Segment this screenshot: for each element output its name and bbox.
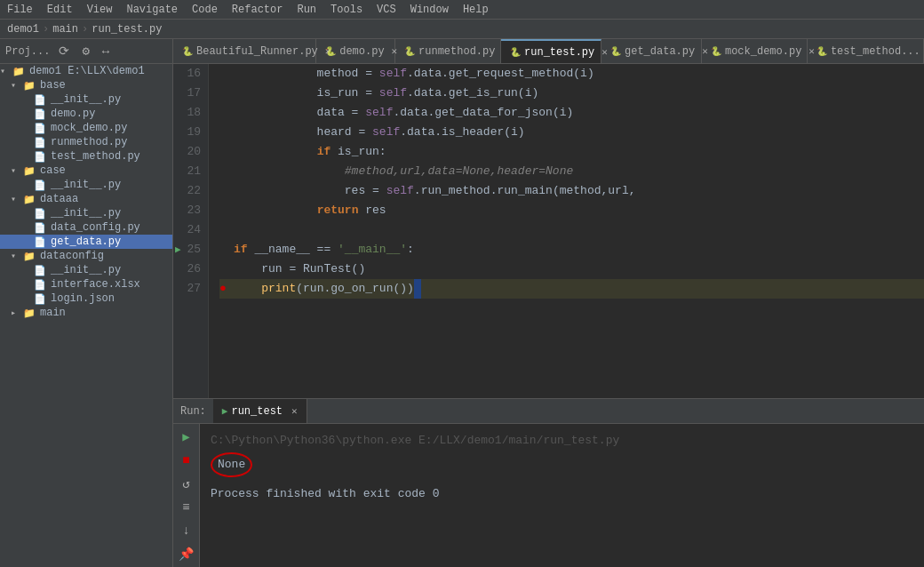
sidebar-item-demo_py[interactable]: 📄demo.py (0, 107, 172, 121)
token-16: self (379, 64, 407, 84)
code-line-23: ● return res (219, 201, 924, 220)
token-17: self (379, 84, 407, 103)
tab-demo[interactable]: 🐍demo.py✕ (316, 39, 395, 63)
project-label: Proj... (5, 45, 50, 58)
breakpoint-24[interactable]: ● (219, 220, 232, 240)
breadcrumb-part-1[interactable]: demo1 (7, 23, 39, 36)
breakpoint-20[interactable]: ● (219, 142, 232, 162)
run-tab-icon: ▶ (222, 405, 228, 417)
breakpoint-23[interactable]: ● (219, 201, 232, 220)
run-none-line: None (211, 452, 913, 477)
run-tab-name: run_test (231, 405, 283, 418)
menu-window[interactable]: Window (410, 4, 449, 16)
breakpoint-17[interactable]: ● (219, 84, 232, 103)
folder-icon-dataconfig: 📁 (23, 251, 37, 262)
run-rerun-btn[interactable]: ↺ (180, 475, 191, 493)
run-tab-close[interactable]: ✕ (291, 405, 298, 417)
run-tab-active[interactable]: ▶ run_test ✕ (213, 399, 307, 423)
menu-tools[interactable]: Tools (331, 4, 362, 16)
breakpoint-16[interactable]: ● (219, 64, 232, 84)
tab-label-get_data: get_data.py (625, 45, 695, 58)
tab-mock_demo[interactable]: 🐍mock_demo.py✕ (702, 39, 808, 63)
menu-navigate[interactable]: Navigate (126, 4, 178, 16)
tab-run_test[interactable]: 🐍run_test.py✕ (501, 39, 601, 63)
sidebar-item-init_case[interactable]: 📄__init__.py (0, 178, 172, 192)
file-icon-init_dataaa: 📄 (34, 208, 48, 220)
menu-help[interactable]: Help (463, 4, 489, 16)
run-play-btn[interactable]: ▶ (180, 427, 191, 446)
sidebar-item-interface_xlsx[interactable]: 📄interface.xlsx (0, 277, 172, 291)
run-pin-btn[interactable]: 📌 (177, 545, 195, 563)
sidebar-item-dataconfig[interactable]: ▾📁dataconfig (0, 249, 172, 263)
tab-get_data[interactable]: 🐍get_data.py✕ (601, 39, 702, 63)
sidebar-item-data_config_py[interactable]: 📄data_config.py (0, 220, 172, 235)
breakpoint-19[interactable]: ● (219, 123, 232, 142)
sidebar-item-init_dataconfig[interactable]: 📄__init__.py (0, 263, 172, 277)
sidebar-item-login_json[interactable]: 📄login.json (0, 291, 172, 306)
token-19: heard = (234, 123, 372, 142)
menu-refactor[interactable]: Refactor (232, 4, 283, 16)
tree-arrow-main: ▸ (11, 307, 23, 318)
tab-label-test_method: test_method... (831, 45, 920, 58)
tree-label-case: case (40, 164, 66, 177)
tab-icon-mock_demo: 🐍 (711, 46, 721, 57)
token-20: if (317, 142, 331, 162)
tree-label-get_data_py: get_data.py (51, 236, 121, 248)
run-scroll-btn[interactable]: ↓ (180, 522, 191, 539)
sidebar-item-init_dataaa[interactable]: 📄__init__.py (0, 206, 172, 220)
breakpoint-26[interactable]: ● (219, 260, 232, 279)
run-stop-btn[interactable]: ■ (180, 451, 191, 469)
breakpoint-25[interactable]: ● (219, 240, 232, 260)
tab-test_method[interactable]: 🐍test_method...✕ (808, 39, 924, 63)
tree-label-demo_py: demo.py (51, 108, 95, 120)
sync-btn[interactable]: ⟳ (55, 42, 73, 60)
breakpoint-18[interactable]: ● (219, 103, 232, 123)
tree-label-init_base: __init__.py (51, 93, 121, 106)
tab-icon-runmethod: 🐍 (404, 46, 415, 57)
token-16: method = (234, 64, 379, 84)
menu-edit[interactable]: Edit (47, 4, 73, 16)
tab-beautiful_runner[interactable]: 🐍Beautiful_Runner.py✕ (173, 39, 316, 63)
settings-btn[interactable]: ⚙ (78, 42, 92, 60)
menu-vcs[interactable]: VCS (377, 4, 396, 16)
tree-label-main: main (40, 307, 66, 319)
menu-view[interactable]: View (87, 4, 113, 16)
code-lines[interactable]: ● method = self.data.get_request_method(… (209, 64, 924, 398)
tab-icon-test_method: 🐍 (816, 46, 827, 57)
token-23: res (358, 201, 386, 220)
code-line-25: ●if __name__ == '__main__': (219, 240, 924, 260)
sidebar-item-demo1[interactable]: ▾📁demo1 E:\LLX\demo1 (0, 64, 172, 78)
tab-runmethod[interactable]: 🐍runmethod.py✕ (395, 39, 501, 63)
token-23 (234, 201, 317, 220)
sidebar-item-base[interactable]: ▾📁base (0, 78, 172, 92)
token-19: self (372, 123, 400, 142)
sidebar-item-get_data_py[interactable]: 📄get_data.py (0, 235, 172, 249)
code-line-27: ● print(run.go_on_run()) (219, 279, 924, 299)
sidebar-item-dataaa[interactable]: ▾📁dataaa (0, 192, 172, 206)
file-icon-init_dataconfig: 📄 (34, 265, 48, 276)
sidebar-item-runmethod_py[interactable]: 📄runmethod.py (0, 135, 172, 149)
sidebar-item-mock_demo_py[interactable]: 📄mock_demo.py (0, 121, 172, 135)
breakpoint-22[interactable]: ● (219, 181, 232, 201)
folder-icon-case: 📁 (23, 165, 37, 177)
breakpoint-27[interactable]: ● (219, 279, 232, 299)
run-finish-line: Process finished with exit code 0 (211, 484, 913, 504)
breadcrumb-part-3[interactable]: run_test.py (92, 23, 162, 36)
menu-run[interactable]: Run (297, 4, 316, 16)
sidebar-item-case[interactable]: ▾📁case (0, 164, 172, 178)
sidebar-item-test_method_py[interactable]: 📄test_method.py (0, 149, 172, 164)
none-circle-annotation: None (211, 452, 252, 477)
line-num-18: 18 (173, 103, 208, 123)
breakpoint-21[interactable]: ● (219, 162, 232, 181)
sidebar-item-main[interactable]: ▸📁main (0, 306, 172, 320)
sidebar-item-init_base[interactable]: 📄__init__.py (0, 92, 172, 107)
tree-arrow-dataaa: ▾ (11, 194, 23, 204)
run-wrap-btn[interactable]: ≡ (180, 499, 191, 516)
menu-file[interactable]: File (7, 4, 33, 16)
file-icon-runmethod_py: 📄 (34, 137, 48, 148)
menu-code[interactable]: Code (192, 4, 218, 16)
breadcrumb-part-2[interactable]: main (52, 23, 78, 36)
token-16: .data.get_request_method(i) (407, 64, 594, 84)
expand-btn[interactable]: ↔ (99, 43, 113, 60)
tree-label-base: base (40, 79, 66, 92)
